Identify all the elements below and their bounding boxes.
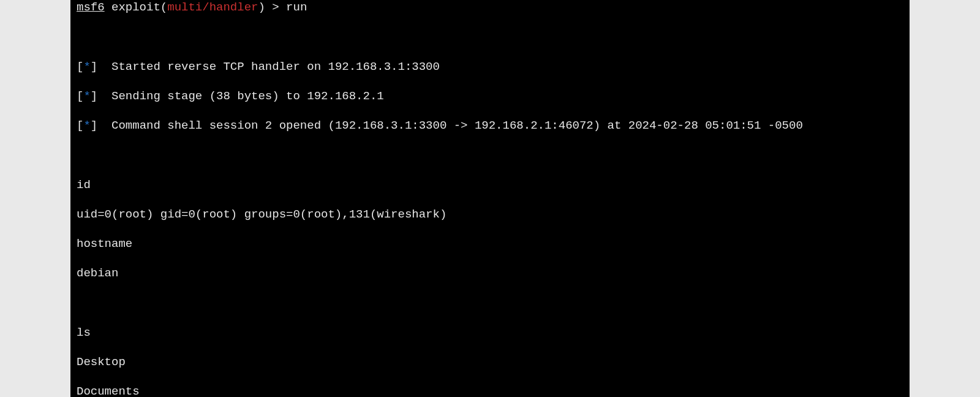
status-text-1: Started reverse TCP handler on 192.168.3… [97, 60, 440, 74]
msf-prompt-line: msf6 exploit(multi/handler) > run [77, 0, 903, 15]
blank-line [77, 148, 903, 162]
blank-line [77, 296, 903, 311]
shell-hostname-output: debian [77, 266, 903, 281]
status-line-2: [*] Sending stage (38 bytes) to 192.168.… [77, 89, 903, 104]
blank-line [77, 29, 903, 44]
star-icon: * [83, 89, 90, 103]
status-text-3: Command shell session 2 opened (192.168.… [97, 119, 803, 132]
terminal-window[interactable]: msf6 exploit(multi/handler) > run [*] St… [70, 0, 910, 397]
run-command: run [286, 1, 307, 14]
module-path: multi/handler [167, 1, 258, 14]
shell-cmd-id: id [77, 178, 903, 192]
prompt-gt: > [272, 1, 279, 14]
star-icon: * [83, 119, 90, 132]
status-line-1: [*] Started reverse TCP handler on 192.1… [77, 59, 903, 74]
list-item: Desktop [77, 355, 903, 369]
star-icon: * [83, 60, 90, 74]
shell-id-output: uid=0(root) gid=0(root) groups=0(root),1… [77, 207, 903, 222]
shell-cmd-hostname: hostname [77, 236, 903, 251]
msf-prompt-prefix: msf6 [77, 1, 105, 14]
status-line-3: [*] Command shell session 2 opened (192.… [77, 118, 903, 133]
shell-cmd-ls: ls [77, 325, 903, 340]
list-item: Documents [77, 384, 903, 397]
exploit-word: exploit [111, 1, 160, 14]
status-text-2: Sending stage (38 bytes) to 192.168.2.1 [97, 89, 383, 103]
